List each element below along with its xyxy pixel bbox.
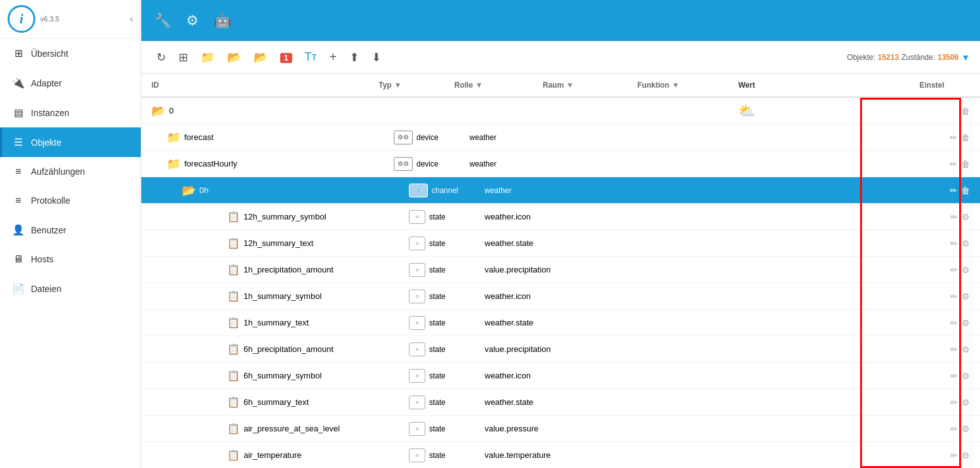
table-row[interactable]: 📋 12h_summary_symbol ○ state weather.ico… (141, 204, 980, 230)
state-icon: ○ (409, 369, 425, 383)
table-row[interactable]: 📋 6h_summary_symbol ○ state weather.icon… (141, 363, 980, 389)
table-row[interactable]: 📋 1h_summary_text ○ state weather.state … (141, 310, 980, 336)
settings-icon[interactable]: ⚙ (962, 318, 970, 328)
badge-1-button[interactable]: 1 (275, 47, 297, 67)
settings-icon[interactable]: ⚙ (962, 238, 970, 249)
refresh-button[interactable]: ↻ (151, 47, 171, 68)
col-header-rolle: Rolle ▼ (454, 81, 543, 90)
view-columns-button[interactable]: ⊞ (174, 47, 193, 68)
cell-rolle: weather.state (485, 238, 573, 248)
settings-icon[interactable]: ⚙ (962, 265, 970, 275)
row-id-label: air_temperature (244, 450, 302, 460)
sidebar-item-adapter[interactable]: 🔌 Adapter (0, 68, 141, 98)
table-row[interactable]: 📋 6h_summary_text ○ state weather.state … (141, 389, 980, 416)
table-row[interactable]: 📁 forecast ⚙⚙ device weather ✏ 🗑 (141, 124, 980, 151)
state-icon: ○ (409, 210, 425, 224)
sidebar-item-instanzen[interactable]: ▤ Instanzen (0, 98, 141, 127)
edit-icon[interactable]: ✏ (950, 185, 957, 196)
sidebar-label-uebersicht: Übersicht (31, 49, 68, 59)
edit-icon[interactable]: ✏ (950, 318, 958, 328)
row-id-label: forecast (184, 132, 213, 142)
edit-icon[interactable]: ✏ (950, 159, 957, 169)
settings-icon[interactable]: ⚙ (962, 450, 970, 460)
settings-icon[interactable]: ⚙ (962, 397, 970, 407)
cell-id: 📋 6h_summary_text (182, 396, 409, 408)
settings-icon[interactable]: ⚙ (186, 13, 199, 29)
edit-icon[interactable]: ✏ (950, 132, 957, 143)
row-id-label: air_pressure_at_sea_level (244, 424, 339, 433)
sidebar-item-aufzaehlungen[interactable]: ≡ Aufzählungen (0, 157, 141, 186)
role-label: value.precipitation (485, 344, 551, 354)
channel-icon: ↕ (409, 184, 428, 197)
sidebar-item-protokolle[interactable]: ≡ Protokolle (0, 186, 141, 215)
delete-icon[interactable]: 🗑 (961, 106, 970, 116)
role-label: weather (469, 160, 497, 168)
role-label: weather.icon (485, 291, 531, 301)
cell-id: 📂 0h (182, 184, 409, 197)
table-row[interactable]: 📁 forecastHourly ⚙⚙ device weather ✏ 🗑 (141, 151, 980, 177)
sidebar-label-dateien: Dateien (31, 284, 61, 294)
edit-icon[interactable]: ✏ (950, 265, 958, 275)
delete-icon[interactable]: 🗑 (961, 159, 970, 169)
row-actions: ✏ ⚙ (950, 318, 970, 328)
row-id-label: 6h_summary_symbol (244, 371, 322, 380)
edit-icon[interactable]: ✏ (950, 291, 958, 301)
edit-icon[interactable]: ✏ (950, 212, 958, 222)
table-row-selected[interactable]: 📂 0h ↕ channel weather ✏ 🗑 (141, 177, 980, 204)
sidebar-item-dateien[interactable]: 📄 Dateien (0, 274, 141, 303)
sidebar-item-uebersicht[interactable]: ⊞ Übersicht (0, 38, 141, 68)
column-headers: ID Typ ▼ Rolle ▼ Raum ▼ Funktion ▼ Wert … (141, 74, 980, 98)
role-label: value.precipitation (485, 265, 551, 274)
table-row[interactable]: 📋 1h_precipitation_amount ○ state value.… (141, 257, 980, 283)
settings-icon[interactable]: ⚙ (962, 291, 970, 301)
toolbar-dropdown-icon[interactable]: ▼ (961, 52, 970, 62)
add-button[interactable]: + (324, 46, 342, 68)
row-id-label: 1h_precipitation_amount (244, 265, 333, 274)
cell-rolle: weather.state (485, 397, 573, 407)
table-row[interactable]: 📋 12h_summary_text ○ state weather.state… (141, 230, 980, 257)
type-label: state (429, 345, 446, 354)
robot-icon[interactable]: 🤖 (214, 13, 231, 29)
settings-icon[interactable]: ⚙ (962, 424, 970, 434)
table-row[interactable]: 📋 air_pressure_at_sea_level ○ state valu… (141, 416, 980, 442)
typ-sort-icon[interactable]: ▼ (394, 81, 401, 90)
delete-icon[interactable]: 🗑 (961, 185, 970, 196)
folder-button[interactable]: 📁 (196, 47, 220, 68)
settings-icon[interactable]: ⚙ (962, 344, 970, 354)
edit-icon[interactable]: ✏ (950, 344, 958, 354)
table-row[interactable]: 📋 air_temperature ○ state value.temperat… (141, 442, 980, 468)
table-row[interactable]: 📂 0 ⛅ 🗑 (141, 98, 980, 124)
edit-icon[interactable]: ✏ (950, 397, 958, 407)
device-icon: ⚙⚙ (394, 131, 413, 144)
cell-rolle: value.pressure (485, 424, 573, 433)
funktion-sort-icon[interactable]: ▼ (672, 81, 680, 90)
text-size-button[interactable]: Tт (300, 47, 322, 67)
state-file-icon: 📋 (227, 211, 240, 223)
sidebar-collapse-button[interactable]: ‹ (130, 13, 133, 25)
edit-icon[interactable]: ✏ (950, 424, 958, 434)
upload-button[interactable]: ⬆ (345, 47, 364, 68)
channel-folder-icon: 📂 (182, 184, 196, 197)
role-label: weather (485, 186, 512, 195)
edit-icon[interactable]: ✏ (950, 450, 958, 460)
wrench-icon[interactable]: 🔧 (154, 13, 171, 29)
sidebar-label-aufzaehlungen: Aufzählungen (31, 167, 85, 177)
edit-icon[interactable]: ✏ (950, 238, 958, 249)
edit-icon[interactable]: ✏ (950, 371, 958, 381)
rolle-sort-icon[interactable]: ▼ (475, 81, 483, 90)
raum-sort-icon[interactable]: ▼ (566, 81, 574, 90)
table-row[interactable]: 📋 6h_precipitation_amount ○ state value.… (141, 336, 980, 363)
sidebar-item-benutzer[interactable]: 👤 Benutzer (0, 215, 141, 245)
folder-blue-button[interactable]: 📂 (249, 47, 273, 68)
states-value: 13506 (938, 53, 959, 62)
cell-id: 📋 1h_precipitation_amount (182, 264, 409, 276)
cell-id: 📋 6h_summary_symbol (182, 370, 409, 382)
settings-icon[interactable]: ⚙ (962, 212, 970, 222)
sidebar-item-hosts[interactable]: 🖥 Hosts (0, 245, 141, 274)
table-row[interactable]: 📋 1h_summary_symbol ○ state weather.icon… (141, 283, 980, 310)
sidebar-item-objekte[interactable]: ☰ Objekte (0, 127, 141, 157)
folder-open-button[interactable]: 📂 (222, 47, 246, 68)
download-button[interactable]: ⬇ (367, 47, 386, 68)
delete-icon[interactable]: 🗑 (961, 132, 970, 143)
settings-icon[interactable]: ⚙ (962, 371, 970, 381)
